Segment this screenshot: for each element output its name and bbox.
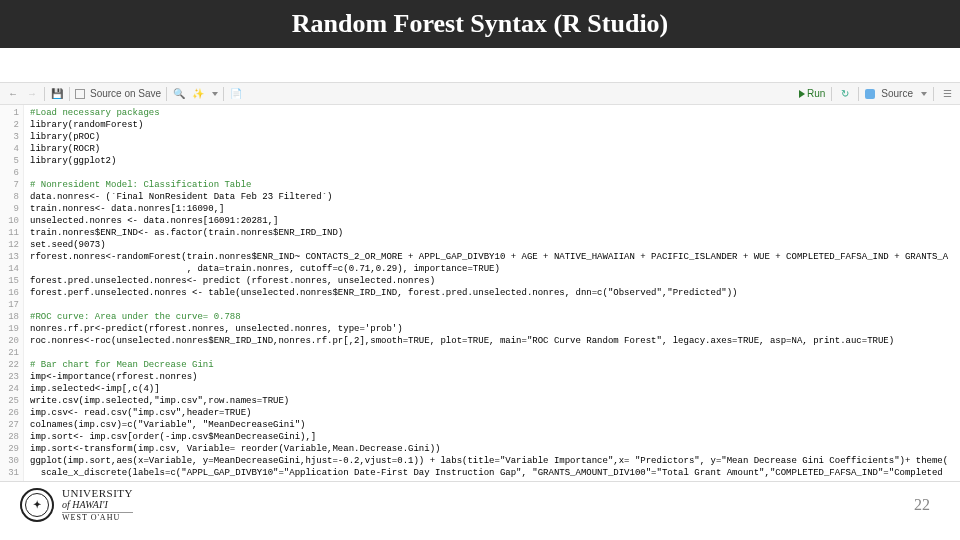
university-line3: WEST O'AHU xyxy=(62,512,133,523)
save-icon[interactable]: 💾 xyxy=(50,87,64,101)
code-line[interactable]: #Load necessary packages xyxy=(30,107,960,119)
code-line[interactable]: data.nonres<- (`Final NonResident Data F… xyxy=(30,191,960,203)
line-number: 26 xyxy=(0,407,19,419)
code-line[interactable]: imp.csv<- read.csv("imp.csv",header=TRUE… xyxy=(30,407,960,419)
line-number: 24 xyxy=(0,383,19,395)
code-line[interactable]: #ROC curve: Area under the curve= 0.788 xyxy=(30,311,960,323)
code-line[interactable]: ggplot(imp.sort,aes(x=Variable, y=MeanDe… xyxy=(30,455,960,467)
code-line[interactable]: library(randomForest) xyxy=(30,119,960,131)
outline-icon[interactable]: ☰ xyxy=(940,87,954,101)
line-number: 27 xyxy=(0,419,19,431)
university-line1: UNIVERSITY xyxy=(62,487,133,499)
line-number: 1 xyxy=(0,107,19,119)
line-number: 7 xyxy=(0,179,19,191)
line-number: 10 xyxy=(0,215,19,227)
university-text: UNIVERSITY of HAWAI'I WEST O'AHU xyxy=(62,487,133,523)
rstudio-editor: ← → 💾 Source on Save 🔍 ✨ 📄 Run ↻ Source xyxy=(0,82,960,482)
code-line[interactable]: train.nonres$ENR_IND<- as.factor(train.n… xyxy=(30,227,960,239)
line-number: 14 xyxy=(0,263,19,275)
code-line[interactable]: # Nonresident Model: Classification Tabl… xyxy=(30,179,960,191)
line-number: 9 xyxy=(0,203,19,215)
university-logo: ✦ UNIVERSITY of HAWAI'I WEST O'AHU xyxy=(20,487,133,523)
code-line[interactable]: , data=train.nonres, cutoff=c(0.71,0.29)… xyxy=(30,263,960,275)
separator xyxy=(858,87,859,101)
university-line2: of HAWAI'I xyxy=(62,499,133,510)
spacer xyxy=(0,48,960,82)
code-line[interactable] xyxy=(30,299,960,311)
wand-icon[interactable]: ✨ xyxy=(191,87,205,101)
line-number: 11 xyxy=(0,227,19,239)
line-number: 30 xyxy=(0,455,19,467)
toolbar-left-group: ← → 💾 Source on Save 🔍 ✨ 📄 xyxy=(6,87,243,101)
separator xyxy=(831,87,832,101)
code-line[interactable]: forest.pred.unselected.nonres<- predict … xyxy=(30,275,960,287)
toolbar-right-group: Run ↻ Source ☰ xyxy=(799,87,954,101)
code-line[interactable]: roc.nonres<-roc(unselected.nonres$ENR_IR… xyxy=(30,335,960,347)
slide-title: Random Forest Syntax (R Studio) xyxy=(292,9,669,39)
line-number: 22 xyxy=(0,359,19,371)
separator xyxy=(69,87,70,101)
code-line[interactable]: colnames(imp.csv)=c("Variable", "MeanDec… xyxy=(30,419,960,431)
line-number: 18 xyxy=(0,311,19,323)
code-line[interactable] xyxy=(30,347,960,359)
line-number: 6 xyxy=(0,167,19,179)
line-number: 25 xyxy=(0,395,19,407)
line-number: 2 xyxy=(0,119,19,131)
run-button[interactable]: Run xyxy=(799,88,825,99)
line-number: 3 xyxy=(0,131,19,143)
editor-toolbar: ← → 💾 Source on Save 🔍 ✨ 📄 Run ↻ Source xyxy=(0,83,960,105)
university-seal-icon: ✦ xyxy=(20,488,54,522)
code-line[interactable]: forest.perf.unselected.nonres <- table(u… xyxy=(30,287,960,299)
source-icon xyxy=(865,89,875,99)
separator xyxy=(166,87,167,101)
source-on-save-checkbox[interactable] xyxy=(75,89,85,99)
code-line[interactable]: library(pROC) xyxy=(30,131,960,143)
slide-title-bar: Random Forest Syntax (R Studio) xyxy=(0,0,960,48)
separator xyxy=(223,87,224,101)
wand-dropdown-icon[interactable] xyxy=(212,92,218,96)
code-line[interactable]: write.csv(imp.selected,"imp.csv",row.nam… xyxy=(30,395,960,407)
slide-footer: ✦ UNIVERSITY of HAWAI'I WEST O'AHU 22 xyxy=(0,470,960,540)
source-dropdown-icon[interactable] xyxy=(921,92,927,96)
run-icon xyxy=(799,90,805,98)
code-line[interactable]: imp.sort<- imp.csv[order(-imp.csv$MeanDe… xyxy=(30,431,960,443)
separator xyxy=(933,87,934,101)
back-icon[interactable]: ← xyxy=(6,87,20,101)
line-number-gutter: 1234567891011121314151617181920212223242… xyxy=(0,105,24,481)
code-line[interactable]: imp<-importance(rforest.nonres) xyxy=(30,371,960,383)
run-label: Run xyxy=(807,88,825,99)
line-number: 23 xyxy=(0,371,19,383)
code-line[interactable]: library(ROCR) xyxy=(30,143,960,155)
line-number: 28 xyxy=(0,431,19,443)
find-icon[interactable]: 🔍 xyxy=(172,87,186,101)
code-line[interactable]: # Bar chart for Mean Decrease Gini xyxy=(30,359,960,371)
line-number: 4 xyxy=(0,143,19,155)
code-line[interactable]: rforest.nonres<-randomForest(train.nonre… xyxy=(30,251,960,263)
line-number: 17 xyxy=(0,299,19,311)
line-number: 5 xyxy=(0,155,19,167)
code-line[interactable]: set.seed(9073) xyxy=(30,239,960,251)
code-content[interactable]: #Load necessary packageslibrary(randomFo… xyxy=(24,105,960,481)
code-line[interactable]: nonres.rf.pr<-predict(rforest.nonres, un… xyxy=(30,323,960,335)
line-number: 16 xyxy=(0,287,19,299)
line-number: 29 xyxy=(0,443,19,455)
report-icon[interactable]: 📄 xyxy=(229,87,243,101)
line-number: 15 xyxy=(0,275,19,287)
code-line[interactable]: train.nonres<- data.nonres[1:16090,] xyxy=(30,203,960,215)
forward-icon[interactable]: → xyxy=(25,87,39,101)
source-on-save-label: Source on Save xyxy=(90,88,161,99)
code-line[interactable]: imp.sort<-transform(imp.csv, Variable= r… xyxy=(30,443,960,455)
code-line[interactable]: imp.selected<-imp[,c(4)] xyxy=(30,383,960,395)
separator xyxy=(44,87,45,101)
code-line[interactable]: unselected.nonres <- data.nonres[16091:2… xyxy=(30,215,960,227)
line-number: 21 xyxy=(0,347,19,359)
page-number: 22 xyxy=(914,496,930,514)
line-number: 8 xyxy=(0,191,19,203)
line-number: 19 xyxy=(0,323,19,335)
rerun-icon[interactable]: ↻ xyxy=(838,87,852,101)
code-line[interactable] xyxy=(30,167,960,179)
source-button[interactable]: Source xyxy=(881,88,913,99)
code-line[interactable]: library(ggplot2) xyxy=(30,155,960,167)
line-number: 13 xyxy=(0,251,19,263)
code-area[interactable]: 1234567891011121314151617181920212223242… xyxy=(0,105,960,481)
